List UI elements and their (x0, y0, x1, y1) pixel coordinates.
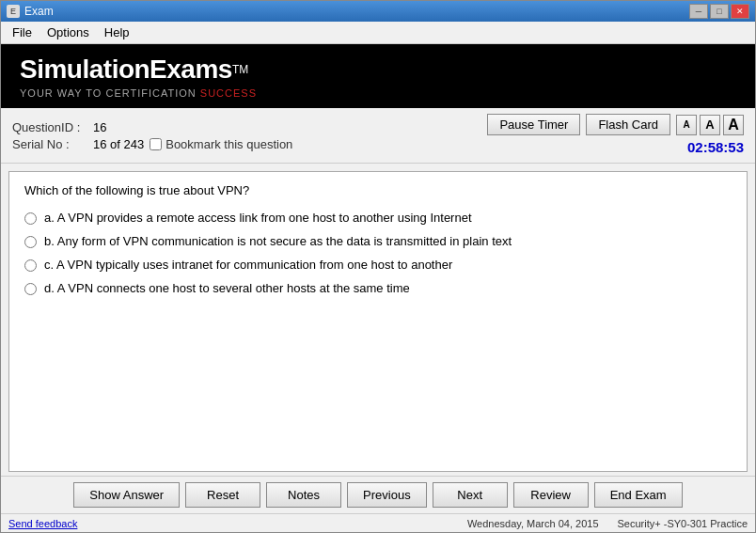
menu-file[interactable]: File (5, 24, 39, 41)
close-button[interactable]: ✕ (731, 4, 749, 19)
minimize-button[interactable]: ─ (689, 4, 708, 19)
logo-banner: SimulationExamsTM YOUR WAY TO CERTIFICAT… (1, 44, 755, 108)
answer-text-c: c. A VPN typically uses intranet for com… (44, 258, 452, 272)
question-header: QuestionID : 16 Serial No : 16 of 243 Bo… (1, 108, 755, 164)
radio-a[interactable] (24, 212, 37, 225)
window-controls: ─ □ ✕ (689, 4, 749, 19)
logo-tagline: YOUR WAY TO CERTIFICATION SUCCESS (20, 87, 257, 99)
question-id-value: 16 (93, 120, 106, 134)
answer-text-a: a. A VPN provides a remote access link f… (44, 211, 472, 225)
header-right: Pause Timer Flash Card A A A 02:58:53 (487, 114, 744, 157)
bottom-bar: Show Answer Reset Notes Previous Next Re… (1, 476, 755, 513)
answer-option-d: d. A VPN connects one host to several ot… (24, 281, 732, 295)
logo-tm: TM (232, 62, 248, 75)
status-exam: Security+ -SY0-301 Practice (618, 518, 748, 529)
font-large-button[interactable]: A (723, 115, 744, 135)
end-exam-button[interactable]: End Exam (594, 482, 683, 508)
bookmark-checkbox[interactable] (150, 138, 162, 150)
answer-option-b: b. Any form of VPN communication is not … (24, 234, 732, 248)
question-id-row: QuestionID : 16 (12, 120, 487, 134)
app-window: E Exam ─ □ ✕ File Options Help Simulatio… (0, 0, 756, 533)
question-id-label: QuestionID : (12, 120, 87, 134)
question-text: Which of the following is true about VPN… (24, 183, 732, 197)
menu-help[interactable]: Help (97, 24, 137, 41)
menu-bar: File Options Help (1, 22, 755, 44)
flash-card-button[interactable]: Flash Card (586, 114, 670, 135)
pause-timer-button[interactable]: Pause Timer (487, 114, 580, 135)
maximize-button[interactable]: □ (710, 4, 729, 19)
menu-options[interactable]: Options (39, 24, 97, 41)
title-bar: E Exam ─ □ ✕ (1, 1, 755, 22)
window-icon: E (7, 5, 20, 18)
send-feedback-link[interactable]: Send feedback (8, 518, 77, 529)
answer-text-d: d. A VPN connects one host to several ot… (44, 281, 410, 295)
status-bar: Send feedback Wednesday, March 04, 2015 … (1, 513, 755, 532)
show-answer-button[interactable]: Show Answer (73, 482, 180, 508)
reset-button[interactable]: Reset (185, 482, 260, 508)
logo-success: SUCCESS (200, 87, 257, 99)
font-size-controls: A A A (676, 115, 744, 135)
serial-value: 16 of 243 (93, 137, 144, 151)
answer-text-b: b. Any form of VPN communication is not … (44, 234, 512, 248)
window-title: Exam (24, 5, 689, 18)
review-button[interactable]: Review (513, 482, 589, 508)
font-medium-button[interactable]: A (700, 115, 720, 135)
question-area: Which of the following is true about VPN… (8, 171, 748, 472)
previous-button[interactable]: Previous (347, 482, 427, 508)
font-small-button[interactable]: A (676, 115, 697, 135)
status-date: Wednesday, March 04, 2015 (467, 518, 599, 529)
header-top-row: Pause Timer Flash Card A A A (487, 114, 744, 135)
serial-row: Serial No : 16 of 243 Bookmark this ques… (12, 137, 487, 151)
bookmark-row: Bookmark this question (150, 137, 292, 151)
next-button[interactable]: Next (433, 482, 508, 508)
logo-name: SimulationExams (20, 55, 232, 84)
answer-option-a: a. A VPN provides a remote access link f… (24, 211, 732, 225)
radio-c[interactable] (24, 259, 37, 272)
timer-display: 02:58:53 (687, 139, 744, 157)
radio-d[interactable] (24, 283, 37, 295)
serial-label: Serial No : (12, 137, 87, 151)
question-info: QuestionID : 16 Serial No : 16 of 243 Bo… (12, 120, 487, 151)
radio-b[interactable] (24, 236, 37, 248)
notes-button[interactable]: Notes (266, 482, 341, 508)
answer-option-c: c. A VPN typically uses intranet for com… (24, 258, 732, 272)
bookmark-label: Bookmark this question (165, 137, 292, 151)
